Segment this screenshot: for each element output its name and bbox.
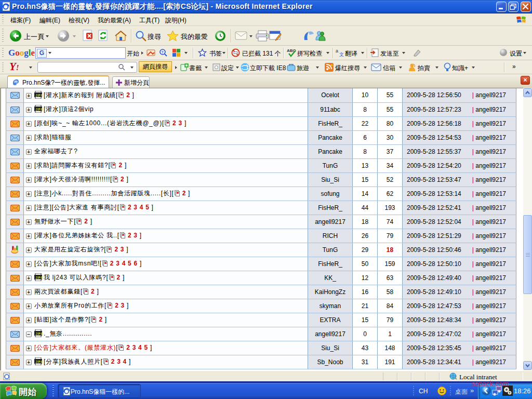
svg-text:a: a: [336, 48, 338, 54]
svg-text:文: 文: [339, 52, 344, 57]
svg-text:?: ?: [162, 50, 164, 54]
svg-text:+: +: [330, 63, 333, 68]
